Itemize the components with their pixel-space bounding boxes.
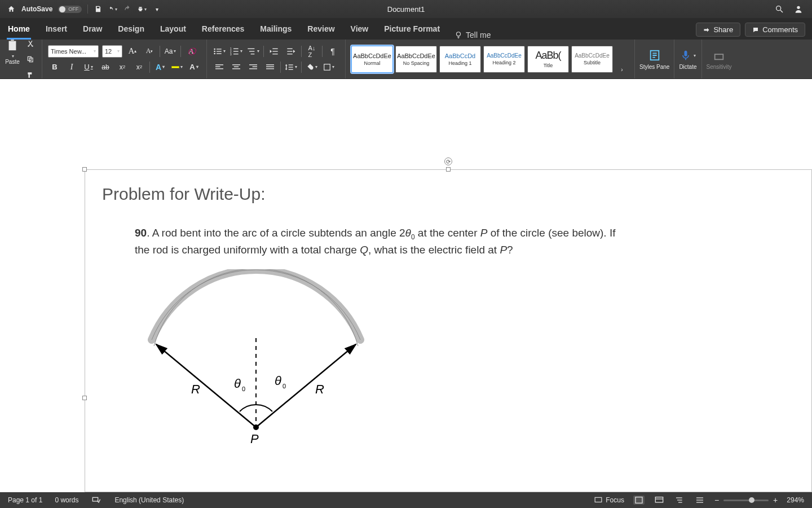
- dictate-button[interactable]: ▾ Dictate: [674, 40, 701, 78]
- comments-label: Comments: [762, 25, 798, 34]
- outline-view-icon[interactable]: [674, 496, 685, 505]
- italic-icon[interactable]: I: [65, 60, 78, 74]
- show-marks-icon[interactable]: ¶: [326, 45, 339, 58]
- underline-icon[interactable]: U▾: [82, 60, 95, 74]
- draft-view-icon[interactable]: [694, 496, 705, 505]
- page-indicator[interactable]: Page 1 of 1: [8, 496, 42, 504]
- svg-rect-33: [215, 64, 223, 65]
- clear-formatting-icon[interactable]: A⃠: [184, 45, 198, 58]
- svg-rect-19: [233, 48, 239, 49]
- tell-me-label: Tell me: [466, 30, 491, 40]
- tab-draw[interactable]: Draw: [82, 20, 103, 40]
- superscript-icon[interactable]: x2: [133, 60, 146, 74]
- svg-point-9: [32, 45, 33, 46]
- svg-rect-64: [696, 497, 703, 498]
- tab-picture-format[interactable]: Picture Format: [383, 20, 441, 40]
- style-heading1[interactable]: AaBbCcDdHeading 1: [439, 46, 481, 73]
- tab-insert[interactable]: Insert: [45, 20, 68, 40]
- bullets-icon[interactable]: ▾: [213, 45, 226, 58]
- style-title[interactable]: AaBb(Title: [527, 46, 569, 73]
- zoom-in-icon[interactable]: +: [773, 496, 778, 505]
- style-no-spacing[interactable]: AaBbCcDdEeNo Spacing: [395, 46, 437, 73]
- zoom-out-icon[interactable]: −: [714, 496, 719, 505]
- styles-more-icon[interactable]: ›: [615, 63, 629, 76]
- numbering-icon[interactable]: 123▾: [230, 45, 243, 58]
- tab-layout[interactable]: Layout: [159, 20, 187, 40]
- rotate-handle-icon[interactable]: ⟳: [444, 157, 452, 165]
- tab-home[interactable]: Home: [7, 20, 31, 40]
- decrease-indent-icon[interactable]: [267, 45, 281, 58]
- clipboard-group: ▾ Paste: [0, 40, 42, 78]
- undo-icon[interactable]: ▾: [108, 5, 117, 14]
- share-button[interactable]: Share: [696, 23, 740, 37]
- top-mid-handle[interactable]: [446, 167, 451, 172]
- style-label: Normal: [364, 60, 380, 66]
- tab-view[interactable]: View: [350, 20, 370, 40]
- text-effects-icon[interactable]: A▾: [153, 60, 167, 74]
- copy-icon[interactable]: [24, 52, 37, 66]
- focus-button[interactable]: Focus: [594, 496, 624, 504]
- tab-mailings[interactable]: Mailings: [259, 20, 293, 40]
- search-icon[interactable]: [775, 5, 784, 14]
- style-heading2[interactable]: AaBbCcDdEeHeading 2: [483, 46, 525, 73]
- line-spacing-icon[interactable]: ▾: [284, 60, 298, 74]
- font-name-select[interactable]: Times New...▾: [48, 45, 99, 58]
- save-icon[interactable]: [94, 5, 103, 14]
- highlight-icon[interactable]: ▾: [170, 60, 184, 74]
- fig-theta-left-sub: 0: [242, 386, 245, 392]
- print-layout-view-icon[interactable]: [633, 496, 645, 505]
- spellcheck-icon[interactable]: [91, 496, 102, 505]
- language-indicator[interactable]: English (United States): [114, 496, 184, 504]
- resize-handle-tl[interactable]: [82, 167, 87, 172]
- tab-review[interactable]: Review: [306, 20, 336, 40]
- svg-rect-66: [696, 502, 703, 502]
- increase-indent-icon[interactable]: [284, 45, 298, 58]
- svg-rect-28: [272, 51, 277, 51]
- svg-rect-24: [248, 48, 254, 49]
- resize-handle-ml[interactable]: [82, 396, 87, 400]
- multilevel-list-icon[interactable]: ▾: [246, 45, 260, 58]
- align-right-icon[interactable]: [246, 60, 260, 74]
- web-layout-view-icon[interactable]: [654, 496, 665, 505]
- redo-icon[interactable]: [123, 5, 132, 14]
- P-symbol: P: [480, 227, 488, 239]
- print-icon[interactable]: ▾: [138, 5, 147, 14]
- subscript-icon[interactable]: x2: [116, 60, 129, 74]
- tab-design[interactable]: Design: [117, 20, 145, 40]
- align-center-icon[interactable]: [230, 60, 243, 74]
- sensitivity-button[interactable]: Sensitivity: [702, 40, 736, 78]
- style-sample: AaBbCcDdEe: [575, 52, 610, 59]
- account-icon[interactable]: [794, 5, 803, 14]
- svg-rect-15: [217, 51, 222, 51]
- autosave-toggle[interactable]: OFF: [58, 6, 82, 13]
- align-left-icon[interactable]: [213, 60, 226, 74]
- qat-more-icon[interactable]: ▾: [152, 5, 161, 14]
- font-color-icon[interactable]: A▾: [187, 60, 201, 74]
- justify-icon[interactable]: [263, 60, 277, 74]
- comments-button[interactable]: Comments: [745, 23, 805, 37]
- document-canvas[interactable]: ⟳ Problem for Write-Up: 90. A rod bent i…: [0, 79, 812, 492]
- font-size-select[interactable]: 12▾: [102, 45, 122, 58]
- shrink-font-icon[interactable]: A▾: [143, 45, 156, 58]
- shading-icon[interactable]: ▾: [305, 60, 319, 74]
- zoom-level[interactable]: 294%: [787, 496, 804, 504]
- zoom-slider[interactable]: − +: [714, 496, 778, 505]
- bold-icon[interactable]: B: [48, 60, 61, 74]
- change-case-icon[interactable]: Aa▾: [164, 45, 177, 58]
- tab-references[interactable]: References: [201, 20, 246, 40]
- font-size-value: 12: [105, 48, 112, 55]
- svg-line-1: [780, 10, 783, 12]
- problem-figure: R R θ 0 θ 0 P: [135, 269, 798, 452]
- word-count[interactable]: 0 words: [55, 496, 78, 504]
- tell-me[interactable]: Tell me: [454, 30, 491, 40]
- svg-rect-39: [249, 64, 257, 65]
- grow-font-icon[interactable]: A▴: [126, 45, 139, 58]
- sort-icon[interactable]: A↓Z: [305, 45, 319, 58]
- strikethrough-icon[interactable]: ab: [99, 60, 112, 74]
- borders-icon[interactable]: ▾: [322, 60, 336, 74]
- home-icon[interactable]: [7, 5, 16, 14]
- styles-pane-button[interactable]: Styles Pane: [635, 40, 674, 78]
- style-subtitle[interactable]: AaBbCcDdEeSubtitle: [571, 46, 613, 73]
- style-normal[interactable]: AaBbCcDdEeNormal: [351, 46, 393, 73]
- selected-picture-frame[interactable]: ⟳ Problem for Write-Up: 90. A rod bent i…: [85, 169, 812, 492]
